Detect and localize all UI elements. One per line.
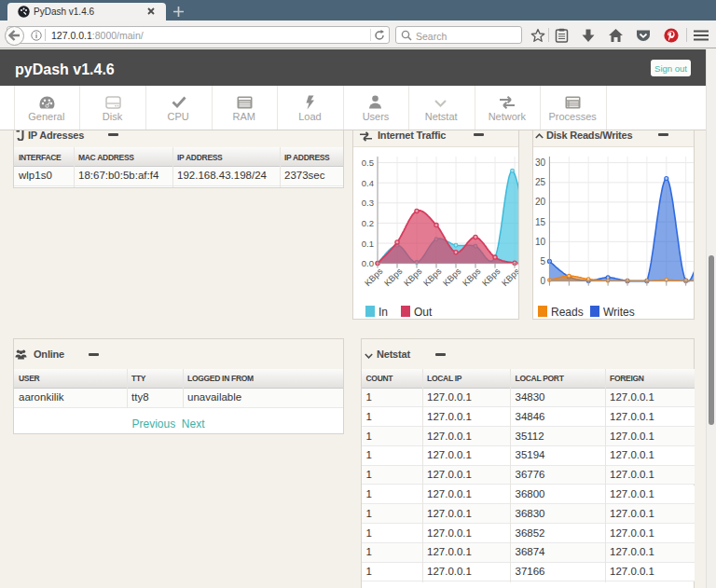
svg-text:0.4: 0.4 [362,178,374,188]
svg-text:30: 30 [535,157,546,168]
svg-text:0.1: 0.1 [362,239,374,249]
svg-text:KBps: KBps [402,266,424,288]
svg-text:0.3: 0.3 [362,198,374,208]
svg-text:0: 0 [540,276,545,286]
svg-text:KBps: KBps [480,266,503,288]
svg-text:KBps: KBps [382,266,405,288]
svg-text:KBps: KBps [461,266,483,288]
svg-text:KBps: KBps [363,266,385,288]
svg-text:15: 15 [535,217,546,227]
svg-text:5: 5 [540,256,545,267]
svg-text:KBps: KBps [441,266,463,288]
svg-text:0.5: 0.5 [362,157,374,168]
svg-text:20: 20 [535,197,546,207]
svg-text:0.2: 0.2 [362,218,374,228]
svg-text:0.0: 0.0 [362,258,374,268]
svg-text:25: 25 [535,177,546,187]
svg-text:10: 10 [535,237,546,247]
svg-text:KBps: KBps [500,266,518,288]
svg-text:KBps: KBps [421,266,444,288]
